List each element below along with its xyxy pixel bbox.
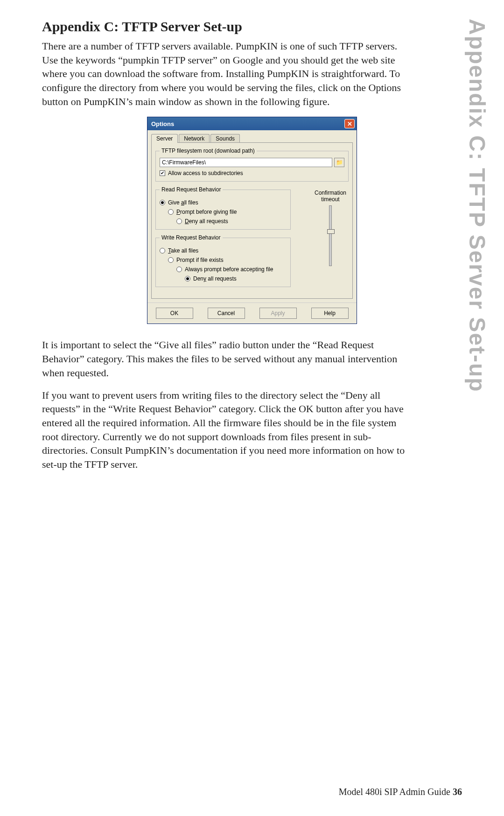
apply-button[interactable]: Apply (259, 308, 297, 319)
dialog-title: Options (151, 120, 174, 127)
write-deny-label: Deny all requests (193, 275, 237, 282)
confirmation-label-1: Confirmation (314, 190, 347, 196)
write-take-all-radio[interactable] (160, 248, 165, 253)
write-take-all-label: Take all files (168, 247, 198, 254)
tab-server[interactable]: Server (151, 134, 178, 143)
dialog-titlebar: Options ✕ (147, 117, 357, 130)
read-prompt-radio[interactable] (168, 209, 174, 215)
page-heading: Appendix C: TFTP Server Set-up (42, 19, 462, 35)
tab-network[interactable]: Network (179, 134, 210, 143)
read-prompt-label: Prompt before giving file (176, 209, 237, 215)
write-always-prompt-radio[interactable] (176, 267, 182, 272)
confirmation-label-2: timeout (314, 196, 347, 203)
timeout-slider[interactable] (329, 205, 332, 266)
dialog-figure: Options ✕ Server Network Sounds TFTP fil… (42, 117, 462, 324)
cancel-button[interactable]: Cancel (208, 308, 245, 319)
read-deny-radio[interactable] (176, 218, 182, 224)
ok-button[interactable]: OK (156, 308, 193, 319)
write-deny-radio[interactable] (185, 276, 190, 281)
footer-page-number: 36 (453, 787, 462, 797)
help-button[interactable]: Help (311, 308, 349, 319)
group-fsroot: TFTP filesystem root (download path) 📁 ✔… (155, 148, 349, 182)
para-write-behavior: If you want to prevent users from writin… (42, 388, 406, 471)
group-read-legend: Read Request Behavior (160, 186, 223, 193)
tab-panel-server: TFTP filesystem root (download path) 📁 ✔… (151, 142, 353, 299)
read-give-all-label: Give all files (168, 199, 198, 206)
group-write-behavior: Write Request Behavior Take all files Pr… (155, 234, 291, 287)
group-fsroot-legend: TFTP filesystem root (download path) (160, 148, 257, 154)
group-read-behavior: Read Request Behavior Give all files Pro… (155, 186, 291, 230)
close-icon[interactable]: ✕ (344, 119, 355, 128)
allow-subdir-checkbox[interactable]: ✔ (160, 170, 165, 176)
write-prompt-exists-radio[interactable] (168, 257, 174, 263)
para-read-behavior: It is important to select the “Give all … (42, 338, 406, 380)
read-give-all-radio[interactable] (160, 200, 165, 205)
tab-strip: Server Network Sounds (151, 134, 353, 143)
dialog-body: Server Network Sounds TFTP filesystem ro… (147, 130, 357, 302)
timeout-slider-thumb[interactable] (327, 229, 335, 234)
tab-sounds[interactable]: Sounds (210, 134, 240, 143)
side-tab-heading: Appendix C: TFTP Server Set-up (464, 19, 490, 393)
write-always-prompt-label: Always prompt before accepting file (185, 266, 273, 273)
folder-icon: 📁 (336, 159, 343, 166)
options-dialog: Options ✕ Server Network Sounds TFTP fil… (147, 117, 357, 324)
intro-paragraph: There are a number of TFTP servers avail… (42, 39, 406, 108)
footer-text: Model 480i SIP Admin Guide (339, 787, 450, 797)
allow-subdir-label: Allow access to subdirectories (168, 170, 243, 176)
confirmation-timeout-group: Confirmation timeout (314, 190, 347, 266)
page-footer: Model 480i SIP Admin Guide 36 (339, 787, 462, 797)
fsroot-input[interactable] (160, 158, 332, 167)
browse-button[interactable]: 📁 (334, 158, 344, 167)
group-write-legend: Write Request Behavior (160, 234, 223, 241)
write-prompt-exists-label: Prompt if file exists (176, 257, 224, 263)
read-deny-label: Deny all requests (185, 218, 228, 225)
dialog-button-row: OK Cancel Apply Help (147, 302, 357, 324)
